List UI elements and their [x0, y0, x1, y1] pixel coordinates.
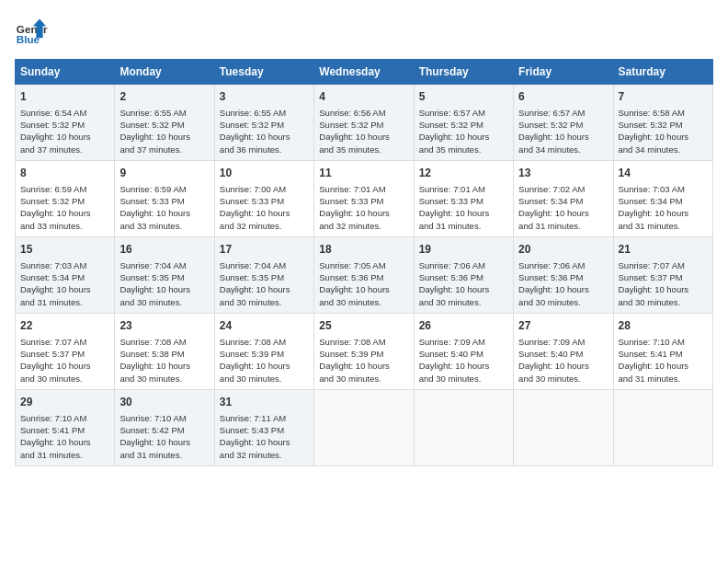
- day-number: 15: [20, 242, 109, 258]
- daylight-minutes: and 31 minutes.: [419, 221, 482, 231]
- daylight-label: Daylight: 10 hours: [220, 361, 290, 371]
- sunrise-label: Sunrise: 7:04 AM: [119, 260, 186, 270]
- calendar-cell: 15Sunrise: 7:03 AMSunset: 5:34 PMDayligh…: [16, 236, 115, 313]
- daylight-label: Daylight: 10 hours: [20, 284, 91, 294]
- page-header: General Blue: [15, 15, 713, 48]
- calendar-cell: 27Sunrise: 7:09 AMSunset: 5:40 PMDayligh…: [514, 313, 613, 389]
- day-number: 6: [518, 89, 608, 105]
- sunset-label: Sunset: 5:39 PM: [319, 349, 383, 359]
- daylight-minutes: and 30 minutes.: [319, 373, 381, 384]
- daylight-label: Daylight: 10 hours: [619, 361, 689, 371]
- sunrise-label: Sunrise: 7:04 AM: [220, 260, 286, 270]
- daylight-minutes: and 33 minutes.: [119, 221, 182, 231]
- sunset-label: Sunset: 5:32 PM: [619, 120, 683, 130]
- calendar-cell: 20Sunrise: 7:06 AMSunset: 5:36 PMDayligh…: [514, 236, 613, 313]
- sunrise-label: Sunrise: 7:06 AM: [419, 260, 485, 270]
- sunrise-label: Sunrise: 7:08 AM: [319, 337, 385, 347]
- calendar-cell: 17Sunrise: 7:04 AMSunset: 5:35 PMDayligh…: [214, 236, 313, 313]
- calendar-header-row: SundayMondayTuesdayWednesdayThursdayFrid…: [16, 60, 713, 85]
- calendar-cell: 1Sunrise: 6:54 AMSunset: 5:32 PMDaylight…: [16, 85, 115, 161]
- daylight-label: Daylight: 10 hours: [20, 437, 91, 447]
- calendar-cell: 22Sunrise: 7:07 AMSunset: 5:37 PMDayligh…: [16, 313, 115, 389]
- calendar-cell: 30Sunrise: 7:10 AMSunset: 5:42 PMDayligh…: [115, 389, 214, 465]
- sunrise-label: Sunrise: 7:10 AM: [119, 413, 186, 423]
- daylight-minutes: and 30 minutes.: [619, 297, 681, 307]
- sunset-label: Sunset: 5:33 PM: [419, 196, 483, 206]
- day-number: 29: [20, 395, 109, 410]
- sunset-label: Sunset: 5:33 PM: [220, 196, 284, 206]
- daylight-minutes: and 30 minutes.: [419, 297, 482, 307]
- daylight-label: Daylight: 10 hours: [119, 437, 190, 447]
- sunrise-label: Sunrise: 6:57 AM: [518, 108, 585, 118]
- daylight-minutes: and 30 minutes.: [419, 373, 482, 384]
- sunrise-label: Sunrise: 6:56 AM: [319, 108, 385, 118]
- sunrise-label: Sunrise: 7:09 AM: [419, 337, 485, 347]
- calendar-cell: 2Sunrise: 6:55 AMSunset: 5:32 PMDaylight…: [115, 85, 214, 161]
- sunset-label: Sunset: 5:32 PM: [518, 120, 583, 130]
- daylight-label: Daylight: 10 hours: [319, 284, 390, 294]
- daylight-minutes: and 32 minutes.: [220, 450, 282, 460]
- sunset-label: Sunset: 5:37 PM: [619, 272, 683, 282]
- col-header-tuesday: Tuesday: [214, 60, 313, 85]
- daylight-minutes: and 30 minutes.: [518, 373, 581, 384]
- sunset-label: Sunset: 5:40 PM: [518, 349, 583, 359]
- day-number: 12: [419, 166, 508, 181]
- sunrise-label: Sunrise: 7:01 AM: [419, 184, 485, 194]
- daylight-minutes: and 31 minutes.: [20, 297, 83, 307]
- sunset-label: Sunset: 5:32 PM: [419, 120, 483, 130]
- daylight-label: Daylight: 10 hours: [220, 284, 290, 294]
- daylight-minutes: and 36 minutes.: [220, 144, 282, 155]
- col-header-wednesday: Wednesday: [314, 60, 414, 85]
- sunset-label: Sunset: 5:40 PM: [419, 349, 483, 359]
- calendar-week-row: 15Sunrise: 7:03 AMSunset: 5:34 PMDayligh…: [16, 236, 713, 313]
- sunset-label: Sunset: 5:33 PM: [119, 196, 184, 206]
- daylight-label: Daylight: 10 hours: [319, 132, 390, 142]
- calendar-week-row: 22Sunrise: 7:07 AMSunset: 5:37 PMDayligh…: [16, 313, 713, 389]
- day-number: 4: [319, 89, 408, 105]
- day-number: 13: [518, 166, 608, 181]
- daylight-minutes: and 35 minutes.: [419, 144, 482, 155]
- sunrise-label: Sunrise: 7:02 AM: [518, 184, 585, 194]
- calendar-cell: 10Sunrise: 7:00 AMSunset: 5:33 PMDayligh…: [214, 160, 313, 236]
- sunset-label: Sunset: 5:32 PM: [119, 120, 184, 130]
- day-number: 11: [319, 166, 408, 181]
- sunrise-label: Sunrise: 7:08 AM: [220, 337, 286, 347]
- calendar-cell: 28Sunrise: 7:10 AMSunset: 5:41 PMDayligh…: [613, 313, 712, 389]
- calendar-cell: 16Sunrise: 7:04 AMSunset: 5:35 PMDayligh…: [115, 236, 214, 313]
- day-number: 18: [319, 242, 408, 258]
- daylight-label: Daylight: 10 hours: [220, 132, 290, 142]
- daylight-label: Daylight: 10 hours: [419, 284, 490, 294]
- daylight-minutes: and 31 minutes.: [518, 221, 581, 231]
- calendar-cell: 13Sunrise: 7:02 AMSunset: 5:34 PMDayligh…: [514, 160, 613, 236]
- daylight-label: Daylight: 10 hours: [419, 361, 490, 371]
- col-header-sunday: Sunday: [16, 60, 115, 85]
- calendar-cell: [613, 389, 712, 465]
- daylight-label: Daylight: 10 hours: [119, 284, 190, 294]
- sunset-label: Sunset: 5:38 PM: [119, 349, 184, 359]
- sunset-label: Sunset: 5:32 PM: [220, 120, 284, 130]
- daylight-label: Daylight: 10 hours: [518, 132, 589, 142]
- sunrise-label: Sunrise: 6:55 AM: [220, 108, 286, 118]
- daylight-label: Daylight: 10 hours: [119, 132, 190, 142]
- daylight-minutes: and 31 minutes.: [20, 450, 83, 460]
- sunset-label: Sunset: 5:37 PM: [20, 349, 85, 359]
- sunset-label: Sunset: 5:41 PM: [20, 425, 85, 435]
- col-header-saturday: Saturday: [613, 60, 712, 85]
- sunrise-label: Sunrise: 7:01 AM: [319, 184, 385, 194]
- day-number: 3: [220, 89, 309, 105]
- calendar-cell: 19Sunrise: 7:06 AMSunset: 5:36 PMDayligh…: [414, 236, 513, 313]
- sunrise-label: Sunrise: 7:06 AM: [518, 260, 585, 270]
- day-number: 5: [419, 89, 508, 105]
- sunset-label: Sunset: 5:35 PM: [220, 272, 284, 282]
- day-number: 17: [220, 242, 309, 258]
- sunrise-label: Sunrise: 6:59 AM: [119, 184, 186, 194]
- sunrise-label: Sunrise: 7:08 AM: [119, 337, 186, 347]
- sunrise-label: Sunrise: 6:57 AM: [419, 108, 485, 118]
- daylight-label: Daylight: 10 hours: [619, 208, 689, 218]
- sunrise-label: Sunrise: 6:59 AM: [20, 184, 86, 194]
- sunrise-label: Sunrise: 6:58 AM: [619, 108, 685, 118]
- sunset-label: Sunset: 5:34 PM: [20, 272, 85, 282]
- sunrise-label: Sunrise: 7:03 AM: [20, 260, 86, 270]
- daylight-label: Daylight: 10 hours: [518, 361, 589, 371]
- col-header-monday: Monday: [115, 60, 214, 85]
